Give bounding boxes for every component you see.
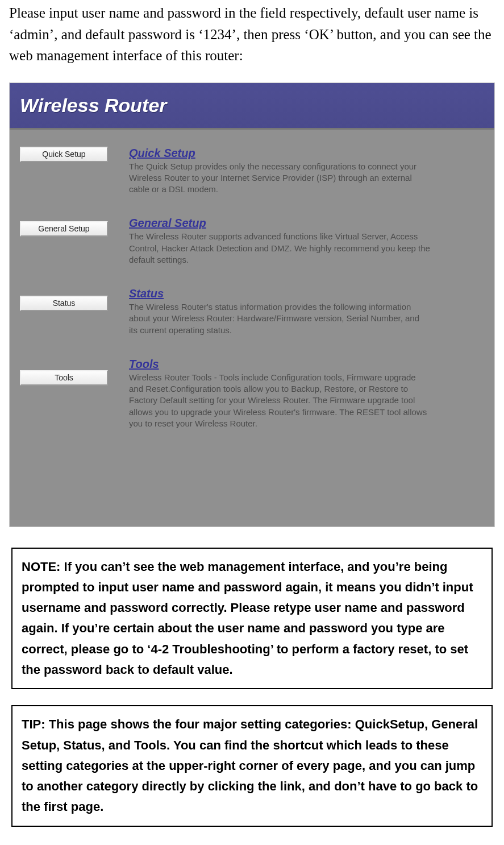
status-button[interactable]: Status [20,296,108,311]
quick-setup-desc: The Quick Setup provides only the necess… [129,161,430,196]
tools-button[interactable]: Tools [20,370,108,386]
section-tools: Tools Wireless Router Tools - Tools incl… [129,358,472,429]
router-body: Quick Setup General Setup Status Tools Q… [10,130,494,527]
intro-paragraph: Please input user name and password in t… [9,2,495,67]
section-status: Status The Wireless Router's status info… [129,287,472,336]
status-desc: The Wireless Router's status information… [129,301,430,336]
tip-box: TIP: This page shows the four major sett… [11,705,493,826]
section-quick-setup: Quick Setup The Quick Setup provides onl… [129,147,472,196]
status-heading[interactable]: Status [129,287,472,300]
note-box: NOTE: If you can’t see the web managemen… [11,548,493,690]
quick-setup-heading[interactable]: Quick Setup [129,147,472,160]
router-titlebar: Wireless Router [10,83,494,130]
general-setup-heading[interactable]: General Setup [129,217,472,230]
router-main: Quick Setup The Quick Setup provides onl… [129,130,494,527]
general-setup-button[interactable]: General Setup [20,221,108,237]
section-general-setup: General Setup The Wireless Router suppor… [129,217,472,266]
router-title: Wireless Router [20,94,167,117]
router-sidebar: Quick Setup General Setup Status Tools [10,130,129,527]
tools-desc: Wireless Router Tools - Tools include Co… [129,372,430,429]
router-screenshot: Wireless Router Quick Setup General Setu… [9,82,495,527]
tools-heading[interactable]: Tools [129,358,472,371]
quick-setup-button[interactable]: Quick Setup [20,147,108,162]
general-setup-desc: The Wireless Router supports advanced fu… [129,231,430,266]
